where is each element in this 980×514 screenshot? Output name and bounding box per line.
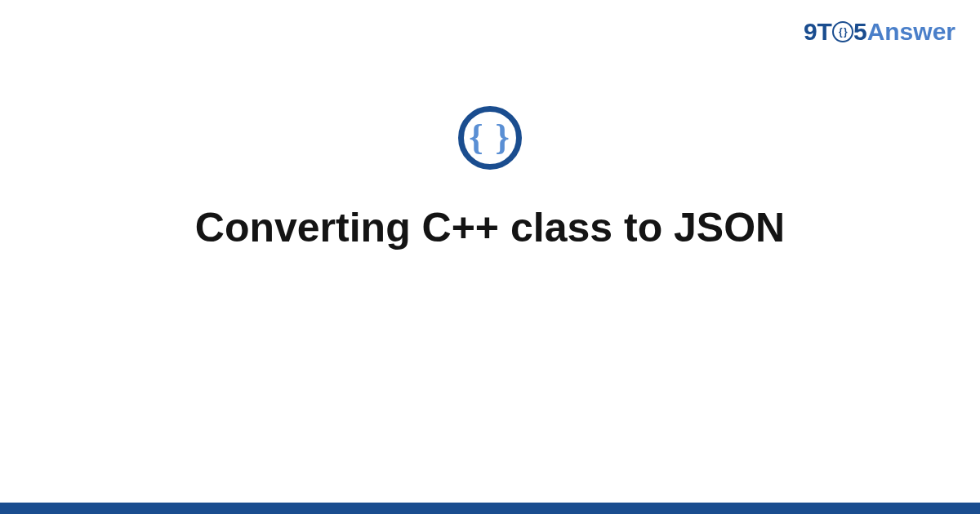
page-title: Converting C++ class to JSON xyxy=(195,204,785,251)
brand-circle-braces: { } xyxy=(839,26,847,38)
brand-text-9t: 9T xyxy=(804,18,832,46)
footer-accent-bar xyxy=(0,503,980,514)
brand-text-5: 5 xyxy=(853,18,867,46)
braces-glyph: { } xyxy=(469,120,511,156)
code-braces-icon: { } xyxy=(458,106,522,170)
brand-text-answer: Answer xyxy=(867,18,956,46)
main-content: { } Converting C++ class to JSON xyxy=(0,106,980,251)
brand-logo: 9T { } 5 Answer xyxy=(804,18,956,46)
brand-circle-icon: { } xyxy=(832,21,853,42)
